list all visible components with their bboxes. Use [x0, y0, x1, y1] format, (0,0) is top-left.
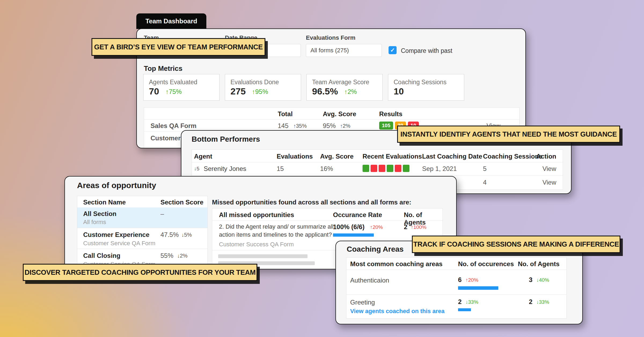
callout-text: INSTANTLY IDENTIFY AGENTS THAT NEED THE …	[400, 130, 617, 138]
coaching-areas-title: Coaching Areas	[347, 245, 404, 254]
total-value: 145	[278, 122, 288, 130]
callout-text: TRACK IF COACHING SESSIONS ARE MAKING A …	[413, 240, 619, 248]
metric-value: 10	[394, 86, 404, 97]
col-coaching-areas: Most common coaching areas	[350, 260, 442, 268]
question-form-label: Customer Success QA Form	[219, 241, 294, 248]
occurences-delta: ↓33%	[466, 299, 478, 305]
metric-value: 275	[230, 86, 246, 97]
metric-label: Coaching Sessions	[394, 79, 447, 86]
occurences-bar	[458, 286, 498, 290]
section-form: Customer Service QA Form	[83, 240, 155, 247]
metric-delta: ↑95%	[252, 88, 268, 96]
section-row-all-section[interactable]: All Section All forms –	[77, 207, 207, 228]
form-link[interactable]: Sales QA Form	[151, 122, 196, 130]
missed-opportunities-heading: Missed opportunities found across all se…	[212, 199, 411, 206]
metric-card-agents-evaluated: Agents Evaluated 70 ↑75%	[143, 74, 219, 101]
bottom-performers-title: Bottom Performers	[192, 135, 260, 144]
col-coaching-sessions: Coaching Sessions	[483, 153, 542, 160]
agents-delta: ↓40%	[536, 277, 549, 283]
metric-delta: ↑75%	[166, 88, 182, 96]
col-no-of-agents: No. of Agents	[518, 260, 559, 268]
view-link[interactable]: View	[542, 165, 556, 173]
compare-with-past-label: Compare with past	[401, 47, 452, 54]
skeleton-line	[218, 254, 308, 258]
metric-label: Agents Evaluated	[149, 79, 197, 86]
all-missed-opportunities-link[interactable]: All missed opportunities	[219, 211, 294, 219]
forms-col-results: Results	[379, 110, 402, 118]
occurance-rate-delta: ↑20%	[370, 224, 383, 230]
section-name: Customer Experience	[83, 231, 149, 239]
section-row-customer-experience[interactable]: Customer Experience Customer Service QA …	[77, 228, 207, 249]
coaching-areas-card: Coaching Areas Most common coaching area…	[335, 241, 583, 324]
section-score: 47.5%	[160, 231, 179, 239]
rank-delta: ↓5	[194, 166, 199, 172]
metric-label: Team Average Score	[312, 79, 369, 86]
top-metrics-title: Top Metrics	[144, 64, 182, 73]
col-section-score: Section Score	[160, 199, 203, 206]
metric-value: 70	[149, 86, 159, 97]
tab-team-dashboard[interactable]: Team Dashboard	[136, 13, 206, 29]
col-evaluations: Evaluations	[277, 153, 313, 160]
metric-card-coaching-sessions: Coaching Sessions 10	[388, 74, 464, 101]
col-occurance-rate: Occurance Rate	[333, 211, 382, 219]
view-link[interactable]: View	[542, 179, 556, 186]
coaching-area-name: Greeting	[350, 299, 375, 306]
coaching-sessions-value: 4	[483, 179, 486, 186]
col-no-of-occurences: No. of occurences	[458, 260, 514, 268]
agents-value: 3	[529, 276, 532, 284]
callout-identify-agents: INSTANTLY IDENTIFY AGENTS THAT NEED THE …	[397, 126, 620, 143]
col-agent: Agent	[194, 153, 212, 160]
col-last-coaching-date: Last Coaching Date	[422, 153, 482, 160]
compare-with-past-checkbox[interactable]: ✓	[389, 46, 397, 54]
question-text: 2. Did the Agent relay and/ or summarize…	[219, 223, 341, 239]
section-name: All Section	[83, 210, 116, 218]
section-form: All forms	[83, 219, 106, 226]
last-coaching-date: Sep 1, 2021	[422, 165, 457, 173]
section-score-delta: ↓5%	[181, 232, 192, 238]
agents-delta: ↓33%	[536, 299, 549, 305]
tab-label: Team Dashboard	[145, 17, 197, 25]
forms-col-avg-score: Avg. Score	[323, 110, 356, 118]
callout-text: DISCOVER TARGETED COACHING OPPORTUNITIES…	[24, 268, 255, 277]
forms-col-total: Total	[278, 110, 293, 118]
agent-name: Serenity Jones	[204, 165, 246, 173]
section-score: –	[160, 210, 164, 218]
occurences-value: 2	[458, 298, 462, 306]
recent-evaluations-squares	[363, 165, 411, 172]
section-score: 55%	[160, 252, 173, 259]
agents-delta: ↑100%	[411, 224, 426, 230]
coaching-area-name: Authenticaion	[350, 277, 389, 284]
metric-delta: ↑2%	[344, 88, 357, 96]
checkbox-check-icon: ✓	[390, 47, 395, 53]
occurance-rate-value: 100% (6/6)	[333, 223, 364, 231]
col-action: Action	[536, 153, 556, 160]
col-section-name: Section Name	[83, 199, 126, 206]
coaching-areas-table: Most common coaching areas No. of occure…	[346, 257, 567, 318]
metric-value: 96.5%	[312, 86, 338, 97]
sections-table: Section Name Section Score All Section A…	[77, 196, 208, 269]
occurance-rate-bar	[333, 233, 374, 237]
avg-score-delta: ↑2%	[340, 123, 350, 129]
occurences-value: 6	[458, 276, 462, 284]
areas-of-opportunity-title: Areas of opportunity	[77, 181, 156, 190]
avg-score-value: 95%	[323, 122, 336, 130]
callout-birdseye: GET A BIRD’S EYE VIEW OF TEAM PERFORMANC…	[92, 38, 265, 56]
metric-card-evaluations-done: Evaluations Done 275 ↑95%	[225, 74, 301, 101]
occurences-delta: ↑20%	[466, 277, 478, 283]
metric-card-team-average-score: Team Average Score 96.5% ↑2%	[306, 74, 383, 101]
coaching-sessions-value: 5	[483, 165, 486, 173]
agents-value: 2	[529, 298, 532, 306]
evaluations-form-filter-label: Evaluations Form	[306, 34, 356, 41]
view-agents-coached-link[interactable]: View agents coached on this area	[350, 308, 445, 315]
occurences-bar	[458, 308, 471, 311]
metric-label: Evaluations Done	[230, 79, 279, 86]
coaching-row-greeting: Greeting View agents coached on this are…	[346, 294, 566, 319]
col-avg-score: Avg. Score	[320, 153, 354, 160]
evaluations-form-select[interactable]: All forms (275)	[306, 44, 382, 57]
total-delta: ↑35%	[293, 123, 307, 129]
evaluations-value: 15	[277, 165, 284, 173]
callout-track-coaching: TRACK IF COACHING SESSIONS ARE MAKING A …	[412, 236, 620, 253]
section-name: Call Closing	[83, 252, 120, 259]
col-recent-evaluations: Recent Evaluations	[363, 153, 422, 160]
coaching-row-authenticaion: Authenticaion 6 ↑20% 3 ↓40%	[346, 270, 566, 294]
